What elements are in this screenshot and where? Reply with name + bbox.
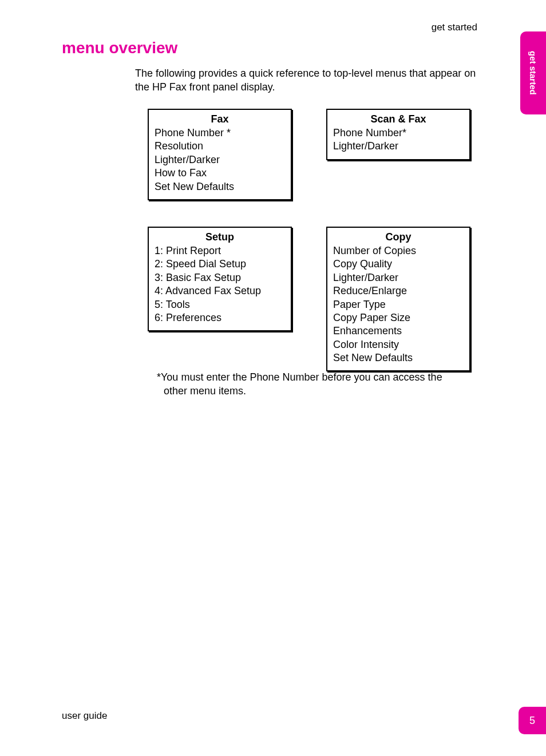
side-tab: get started xyxy=(520,31,546,114)
menu-box-fax: Fax Phone Number * Resolution Lighter/Da… xyxy=(148,109,292,200)
menu-item: Number of Copies xyxy=(333,244,464,258)
page-title: menu overview xyxy=(62,39,177,57)
menu-box-setup: Setup 1: Print Report 2: Speed Dial Setu… xyxy=(148,227,292,331)
menu-row-2: Setup 1: Print Report 2: Speed Dial Setu… xyxy=(148,227,474,372)
menu-item: 5: Tools xyxy=(155,298,285,311)
menu-item: Lighter/Darker xyxy=(333,271,464,284)
menu-item: Copy Paper Size xyxy=(333,311,464,324)
menu-item: Copy Quality xyxy=(333,258,464,271)
footer-left: user guide xyxy=(62,710,107,722)
menu-item: How to Fax xyxy=(155,167,285,180)
menu-item: Lighter/Darker xyxy=(155,153,285,167)
menu-item: 1: Print Report xyxy=(155,244,285,258)
menu-item: Lighter/Darker xyxy=(333,140,464,153)
menu-title-scanfax: Scan & Fax xyxy=(333,113,464,125)
menu-item: Resolution xyxy=(155,140,285,153)
menu-title-copy: Copy xyxy=(333,231,464,243)
menu-item: Set New Defaults xyxy=(155,180,285,193)
menu-box-scanfax: Scan & Fax Phone Number* Lighter/Darker xyxy=(326,109,470,160)
menu-item: Phone Number * xyxy=(155,126,285,140)
menu-item: Enhancements xyxy=(333,324,464,338)
menu-row-1: Fax Phone Number * Resolution Lighter/Da… xyxy=(148,109,474,200)
menu-item: Set New Defaults xyxy=(333,351,464,365)
menu-item: 3: Basic Fax Setup xyxy=(155,271,285,284)
menu-item: Paper Type xyxy=(333,298,464,311)
menu-item: 2: Speed Dial Setup xyxy=(155,258,285,271)
menu-title-setup: Setup xyxy=(155,231,285,243)
menu-grid: Fax Phone Number * Resolution Lighter/Da… xyxy=(148,109,474,398)
menu-item: 4: Advanced Fax Setup xyxy=(155,284,285,298)
footnote: *You must enter the Phone Number before … xyxy=(157,370,454,398)
menu-item: Color Intensity xyxy=(333,338,464,351)
page-number: 5 xyxy=(519,707,546,734)
menu-item: Reduce/Enlarge xyxy=(333,284,464,298)
menu-box-copy: Copy Number of Copies Copy Quality Light… xyxy=(326,227,470,372)
menu-title-fax: Fax xyxy=(155,113,285,125)
menu-item: 6: Preferences xyxy=(155,311,285,324)
intro-text: The following provides a quick reference… xyxy=(135,66,484,94)
menu-item: Phone Number* xyxy=(333,126,464,140)
header-chapter: get started xyxy=(432,22,477,33)
